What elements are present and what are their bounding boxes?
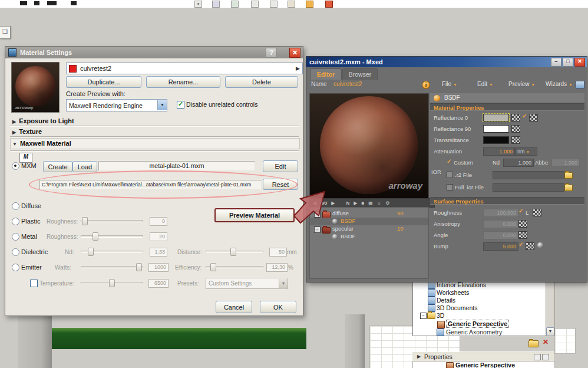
roughness-value[interactable]: 100.000 [483, 209, 518, 217]
attenuation-value[interactable]: 1.000 [483, 147, 515, 156]
reset-button[interactable]: Reset [263, 179, 298, 190]
menu-edit[interactable]: Edit ▼ [477, 81, 493, 87]
stop-icon[interactable]: ■ [361, 201, 364, 206]
dialog-titlebar[interactable]: Material Settings ? ✕ [5, 47, 303, 58]
texture-slot-icon[interactable] [518, 220, 527, 228]
efficiency-value[interactable]: 12,30 [266, 263, 288, 272]
slider-thumb[interactable] [88, 248, 94, 256]
nav-close-button[interactable]: ✕ [543, 338, 549, 346]
disable-controls-checkbox[interactable] [177, 101, 184, 109]
watts-slider[interactable] [81, 262, 143, 271]
panel-icon[interactable] [534, 354, 541, 360]
flyout-arrow-icon[interactable]: ▶ [296, 65, 300, 71]
texture-slot-icon[interactable] [511, 125, 520, 133]
angle-value[interactable]: 0.000 [483, 231, 518, 239]
window-tool-icon[interactable]: ▾ [194, 1, 202, 8]
panel-icon[interactable] [542, 354, 549, 360]
next-frame-icon[interactable]: ▶ [331, 201, 335, 206]
normal-map-icon[interactable] [537, 242, 543, 248]
close-icon[interactable]: ✕ [289, 48, 300, 58]
material-name-field[interactable]: cuivretest2 ▶ [66, 63, 303, 74]
scroll-down-icon[interactable]: ▼ [546, 327, 554, 336]
tool-icon[interactable] [270, 1, 278, 8]
chevron-down-icon[interactable]: ▼ [157, 100, 167, 110]
section-exposure[interactable]: ▶Exposure to Light [12, 117, 74, 124]
texture-slot-icon[interactable] [511, 136, 520, 144]
emitter-radio[interactable] [12, 264, 19, 271]
section-texture[interactable]: ▶Texture [12, 128, 42, 135]
mxed-material-preview[interactable]: arroway [309, 93, 429, 199]
ok-button[interactable]: OK [260, 301, 296, 313]
create-button[interactable]: Create [43, 161, 72, 172]
nav-item-generic-perspective[interactable]: Generic Perspective [446, 320, 509, 328]
play-icon[interactable]: ▶ [354, 201, 357, 206]
nd-slider[interactable] [81, 247, 143, 255]
tool-icon[interactable] [251, 1, 259, 8]
full-ior-checkbox[interactable] [447, 184, 453, 190]
slider-thumb[interactable] [230, 248, 236, 256]
collapse-icon[interactable]: − [314, 211, 321, 218]
plastic-roughness-slider[interactable] [81, 216, 143, 225]
mxm-radio[interactable] [12, 162, 19, 170]
plastic-radio[interactable] [12, 218, 19, 225]
plastic-value[interactable]: 0 [150, 217, 167, 226]
light-icon[interactable]: ☼ [377, 201, 381, 206]
temperature-slider[interactable] [81, 278, 143, 287]
slider-thumb[interactable] [82, 217, 88, 225]
texture-slot-icon[interactable] [533, 209, 541, 216]
material-name-value[interactable]: cuivretest2 [333, 81, 362, 87]
attenuation-unit-dropdown[interactable]: nm ▼ [515, 147, 537, 156]
tool-icon[interactable] [288, 1, 295, 8]
nav-item-details[interactable]: Details [437, 297, 455, 304]
abbe-value[interactable]: 1.000 [551, 159, 580, 167]
transmittance-swatch[interactable] [483, 136, 509, 144]
slider-thumb[interactable] [136, 263, 142, 271]
mxm-file-box[interactable]: metal-plate-01.mxm [98, 161, 255, 171]
texture-slot-icon[interactable] [529, 114, 538, 121]
browse-folder-icon[interactable] [564, 185, 573, 191]
anisotropy-value[interactable]: 0.000 [483, 220, 518, 228]
layer-row-bsdf-selected[interactable]: BSDF [310, 218, 428, 225]
mxm-path-box[interactable]: C:\Program Files\Next Limit\Maxwell\mate… [39, 180, 262, 189]
metal-radio[interactable] [12, 233, 19, 241]
help-icon[interactable]: ? [266, 48, 277, 58]
grid-icon[interactable]: ▦ [368, 201, 373, 206]
prev-frame-icon[interactable]: ◀ [313, 201, 316, 206]
cube-tool-icon[interactable] [231, 1, 239, 8]
menu-preview[interactable]: Preview ▼ [508, 81, 535, 87]
temperature-checkbox[interactable] [30, 280, 38, 287]
efficiency-slider[interactable] [206, 262, 263, 271]
chevron-down-icon[interactable]: ▼ [279, 279, 288, 288]
layer-row-diffuse[interactable]: − diffuse 90 [310, 210, 428, 218]
distance-slider[interactable] [206, 247, 263, 255]
watts-value[interactable]: 1000 [148, 263, 169, 272]
browse-folder-icon[interactable] [564, 172, 573, 179]
layer-row-specular[interactable]: − specular 10 [310, 225, 428, 233]
save-icon[interactable] [576, 81, 584, 88]
preview-material-button[interactable]: Preview Material [214, 208, 295, 222]
texture-slot-icon[interactable] [526, 242, 534, 250]
orange-tool-icon[interactable] [306, 1, 313, 8]
reflectance90-swatch[interactable] [483, 125, 509, 133]
normal-map-icon[interactable]: N [346, 201, 349, 206]
close-icon[interactable]: ✕ [574, 58, 585, 67]
tab-editor[interactable]: Editor [310, 68, 342, 80]
check-icon[interactable]: ✓ [447, 158, 451, 165]
collapse-icon[interactable]: − [314, 226, 321, 233]
check-icon[interactable]: ✓ [522, 113, 527, 119]
delete-button[interactable]: Delete [225, 76, 298, 88]
load-button[interactable]: Load [72, 161, 97, 172]
tab-browser[interactable]: Browser [342, 68, 378, 80]
temperature-value[interactable]: 6500 [148, 279, 169, 288]
slider-thumb[interactable] [109, 279, 115, 287]
diffuse-radio[interactable] [12, 202, 19, 210]
texture-slot-icon[interactable] [518, 231, 527, 239]
metal-roughness-slider[interactable] [81, 232, 143, 240]
reflectance0-swatch[interactable] [483, 114, 509, 121]
cube-tool-icon[interactable] [212, 1, 220, 8]
dielectric-radio[interactable] [12, 248, 19, 256]
material-preview-thumbnail[interactable]: arroway [11, 62, 60, 113]
bsdf-node-row[interactable]: BSDF [430, 93, 584, 103]
cancel-button[interactable]: Cancel [216, 301, 252, 313]
layer-row-bsdf[interactable]: BSDF [310, 233, 428, 241]
